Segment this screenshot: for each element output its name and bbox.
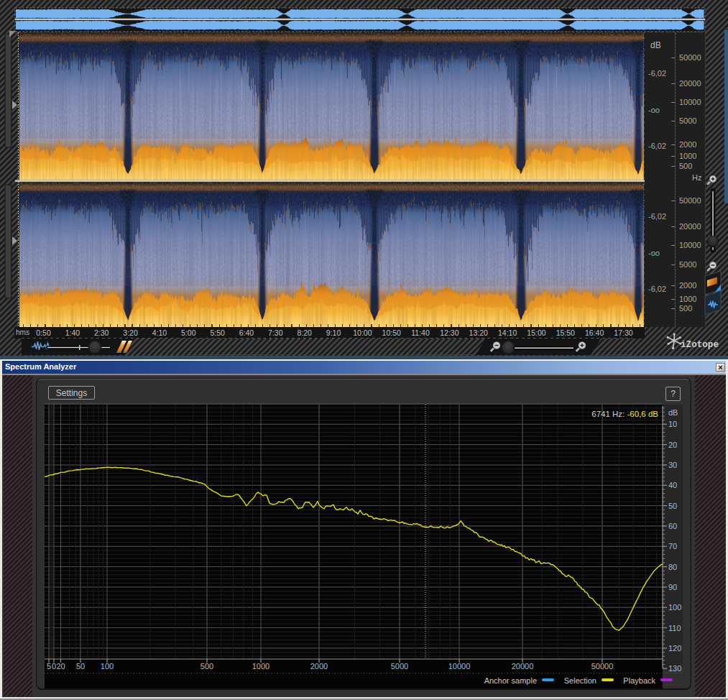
svg-text:20: 20: [56, 662, 65, 671]
svg-text:110: 110: [668, 624, 681, 632]
svg-text:90: 90: [668, 583, 677, 591]
svg-text:100: 100: [668, 603, 681, 612]
svg-text:20000: 20000: [512, 662, 534, 671]
svg-text:Playback: Playback: [623, 676, 655, 685]
svg-text:120: 120: [668, 644, 681, 653]
svg-text:10: 10: [668, 420, 677, 428]
svg-text:10000: 10000: [448, 662, 471, 671]
svg-text:0: 0: [52, 662, 56, 671]
svg-text:Anchor sample: Anchor sample: [484, 676, 537, 685]
svg-text:6741 Hz: -60,6 dB: 6741 Hz: -60,6 dB: [591, 410, 658, 418]
svg-text:80: 80: [668, 563, 677, 571]
svg-text:50: 50: [76, 662, 85, 671]
svg-text:dB: dB: [668, 408, 678, 417]
svg-text:50000: 50000: [591, 662, 614, 671]
svg-text:5: 5: [47, 662, 51, 671]
svg-text:100: 100: [101, 662, 114, 671]
svg-text:iZotope: iZotope: [681, 340, 719, 350]
svg-text:40: 40: [668, 481, 677, 489]
svg-text:20: 20: [668, 441, 677, 449]
svg-text:1000: 1000: [252, 662, 269, 671]
svg-text:2000: 2000: [310, 662, 328, 671]
svg-text:500: 500: [201, 662, 213, 671]
svg-text:5000: 5000: [391, 662, 408, 671]
svg-text:50: 50: [668, 502, 677, 510]
svg-text:30: 30: [668, 461, 677, 469]
svg-text:60: 60: [668, 522, 677, 530]
svg-text:70: 70: [668, 542, 677, 551]
svg-text:130: 130: [668, 664, 681, 673]
svg-text:Selection: Selection: [564, 676, 596, 685]
